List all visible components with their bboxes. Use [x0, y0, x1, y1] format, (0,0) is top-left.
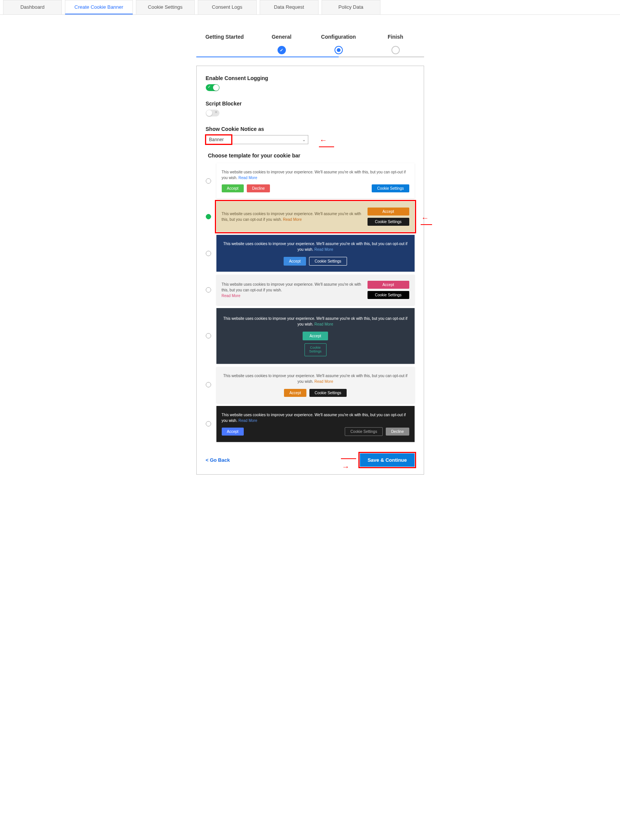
step-indicator-4: [391, 46, 400, 54]
template-1-settings-button: Cookie Settings: [372, 184, 409, 192]
chevron-down-icon: ⌄: [302, 137, 306, 142]
step-configuration: Configuration: [310, 34, 367, 40]
template-2-accept-button: Accept: [368, 208, 409, 216]
save-continue-button[interactable]: Save & Continue: [360, 453, 414, 467]
step-indicator-2: [278, 46, 286, 54]
step-getting-started: Getting Started: [196, 34, 253, 40]
template-5-preview[interactable]: This website uses cookies to improve you…: [216, 308, 415, 364]
template-6-radio[interactable]: [206, 382, 211, 387]
template-7-radio[interactable]: [206, 421, 211, 426]
template-1-accept-button: Accept: [222, 184, 244, 192]
annotation-arrow-save: →: [342, 456, 355, 471]
script-blocker-toggle[interactable]: ✕: [206, 110, 219, 116]
enable-consent-logging-toggle[interactable]: [206, 84, 219, 91]
template-1-decline-button: Decline: [247, 184, 270, 192]
template-2-settings-button: Cookie Settings: [368, 218, 409, 226]
go-back-link[interactable]: < Go Back: [206, 457, 230, 463]
step-general: General: [253, 34, 310, 40]
enable-consent-logging-label: Enable Consent Logging: [206, 75, 415, 81]
template-4-settings-button: Cookie Settings: [368, 291, 409, 299]
template-4-preview[interactable]: This website uses cookies to improve you…: [216, 275, 415, 305]
template-5-accept-button: Accept: [303, 332, 328, 340]
script-blocker-label: Script Blocker: [206, 101, 415, 107]
annotation-arrow-select: ←: [320, 136, 334, 151]
show-notice-as-value: Banner: [209, 137, 224, 142]
choose-template-label: Choose template for your cookie bar: [208, 153, 415, 159]
template-1-radio[interactable]: [206, 178, 211, 184]
annotation-arrow-template: ←: [421, 214, 432, 228]
template-5-settings-button: Cookie Settings: [304, 343, 327, 356]
template-1-preview[interactable]: This website uses cookies to improve you…: [216, 163, 415, 198]
template-7-settings-button: Cookie Settings: [345, 427, 383, 436]
tab-consent-logs[interactable]: Consent Logs: [198, 0, 257, 14]
step-indicator-3: [334, 46, 343, 54]
template-3-radio[interactable]: [206, 251, 211, 256]
show-notice-as-label: Show Cookie Notice as: [206, 126, 415, 132]
template-3-settings-button: Cookie Settings: [309, 257, 347, 266]
show-notice-as-select[interactable]: Banner ⌄: [206, 135, 308, 144]
template-4-radio[interactable]: [206, 287, 211, 293]
template-3-preview[interactable]: This website uses cookies to improve you…: [216, 235, 415, 272]
tab-dashboard[interactable]: Dashboard: [3, 0, 62, 14]
template-5-radio[interactable]: [206, 333, 211, 338]
template-7-preview[interactable]: This website uses cookies to improve you…: [216, 406, 415, 442]
template-7-accept-button: Accept: [222, 428, 244, 436]
template-3-accept-button: Accept: [284, 257, 306, 266]
tab-policy-data[interactable]: Policy Data: [322, 0, 380, 14]
template-2-preview[interactable]: This website uses cookies to improve you…: [216, 201, 415, 232]
template-6-preview[interactable]: This website uses cookies to improve you…: [216, 367, 415, 403]
template-6-accept-button: Accept: [284, 389, 306, 397]
top-nav-tabs: Dashboard Create Cookie Banner Cookie Se…: [0, 0, 620, 15]
template-7-decline-button: Decline: [386, 428, 409, 436]
tab-cookie-settings[interactable]: Cookie Settings: [136, 0, 195, 14]
wizard-steps: Getting Started General Configuration Fi…: [196, 34, 424, 54]
template-6-settings-button: Cookie Settings: [309, 389, 347, 397]
tab-create-cookie-banner[interactable]: Create Cookie Banner: [65, 0, 133, 14]
tab-data-request[interactable]: Data Request: [260, 0, 319, 14]
template-4-accept-button: Accept: [368, 281, 409, 289]
step-finish: Finish: [367, 34, 424, 40]
config-panel: Enable Consent Logging Script Blocker ✕ …: [196, 66, 424, 475]
template-2-radio[interactable]: [206, 214, 211, 219]
